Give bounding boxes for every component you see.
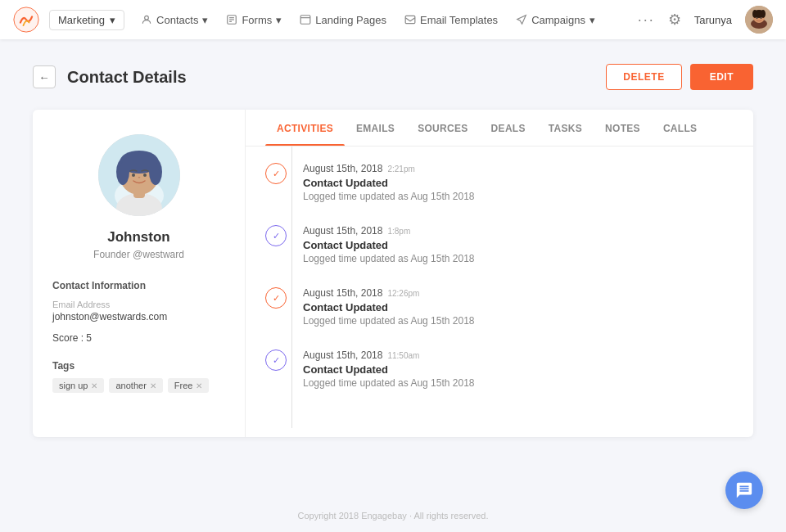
timeline-icon-2: ✓ — [265, 225, 287, 246]
page-content: ← Contact Details DELETE EDIT — [0, 39, 786, 498]
tab-tasks[interactable]: TASKS — [537, 110, 594, 146]
tag-free: Free ✕ — [168, 378, 210, 393]
timeline-time-1: 2:21pm — [387, 165, 414, 174]
tag-free-remove[interactable]: ✕ — [196, 381, 202, 390]
nav-forms[interactable]: Forms ▾ — [226, 14, 282, 26]
timeline-content-4: August 15th, 2018 11:50am Contact Update… — [303, 349, 734, 389]
nav-items: Contacts ▾ Forms ▾ Landing Pages Email T… — [141, 14, 638, 26]
navbar-right: ··· ⚙ Tarunya — [638, 6, 773, 34]
email-label: Email Address — [52, 300, 225, 309]
nav-contacts[interactable]: Contacts ▾ — [141, 14, 208, 26]
timeline-desc-2: Logged time updated as Aug 15th 2018 — [303, 253, 734, 264]
svg-point-14 — [761, 10, 766, 18]
avatar — [745, 6, 773, 34]
nav-landing-pages[interactable]: Landing Pages — [300, 14, 386, 26]
chat-icon — [735, 481, 753, 499]
nav-campaigns[interactable]: Campaigns ▾ — [516, 14, 595, 26]
timeline-content-3: August 15th, 2018 12:26pm Contact Update… — [303, 287, 734, 327]
timeline-date-3: August 15th, 2018 — [303, 287, 382, 299]
forms-arrow-icon: ▾ — [276, 14, 282, 26]
tags-list: sign up ✕ another ✕ Free ✕ — [52, 378, 225, 393]
chat-bubble-button[interactable] — [725, 471, 763, 509]
page-header: ← Contact Details DELETE EDIT — [33, 64, 753, 90]
timeline-date-4: August 15th, 2018 — [303, 349, 382, 361]
contact-sidebar: Johnston Founder @westward Contact Infor… — [33, 110, 246, 437]
contact-info-title: Contact Information — [52, 280, 225, 291]
contact-role: Founder @westward — [52, 249, 225, 260]
tag-signup-label: sign up — [59, 381, 88, 390]
timeline-item: ✓ August 15th, 2018 2:21pm Contact Updat… — [265, 163, 734, 202]
tab-deals[interactable]: DEALS — [480, 110, 537, 146]
tabs-bar: ACTIVITIES EMAILS SOURCES DEALS TASKS NO… — [246, 110, 753, 147]
app-logo — [13, 7, 39, 33]
svg-rect-6 — [300, 16, 310, 25]
timeline-desc-1: Logged time updated as Aug 15th 2018 — [303, 191, 734, 202]
timeline-title-3: Contact Updated — [303, 301, 734, 313]
svg-point-16 — [761, 17, 762, 19]
workspace-dropdown[interactable]: Marketing ▾ — [49, 10, 124, 30]
delete-button[interactable]: DELETE — [606, 64, 681, 90]
page-title: Contact Details — [67, 68, 187, 87]
dropdown-arrow-icon: ▾ — [110, 14, 115, 26]
tag-another-remove[interactable]: ✕ — [150, 381, 156, 390]
main-card: Johnston Founder @westward Contact Infor… — [33, 110, 753, 437]
nav-landing-pages-label: Landing Pages — [315, 14, 386, 26]
timeline-desc-4: Logged time updated as Aug 15th 2018 — [303, 377, 734, 389]
tab-calls[interactable]: CALLS — [652, 110, 709, 146]
timeline-content-2: August 15th, 2018 1:8pm Contact Updated … — [303, 225, 734, 264]
workspace-label: Marketing — [58, 14, 105, 26]
campaigns-arrow-icon: ▾ — [590, 14, 595, 26]
timeline-date-row-3: August 15th, 2018 12:26pm — [303, 287, 734, 299]
back-button[interactable]: ← — [33, 65, 56, 88]
contact-avatar-wrap — [52, 134, 225, 216]
timeline-time-2: 1:8pm — [387, 227, 410, 236]
navbar: Marketing ▾ Contacts ▾ Forms ▾ Landing P… — [0, 0, 786, 39]
nav-forms-label: Forms — [242, 14, 272, 26]
tag-signup-remove[interactable]: ✕ — [91, 381, 97, 390]
timeline-date-1: August 15th, 2018 — [303, 163, 382, 174]
timeline-time-4: 11:50am — [387, 351, 419, 360]
nav-campaigns-label: Campaigns — [531, 14, 585, 26]
score-value: Score : 5 — [52, 332, 225, 344]
timeline-desc-3: Logged time updated as Aug 15th 2018 — [303, 315, 734, 327]
timeline-date-row-4: August 15th, 2018 11:50am — [303, 349, 734, 361]
tab-notes[interactable]: NOTES — [594, 110, 652, 146]
tags-section-title: Tags — [52, 360, 225, 372]
svg-point-25 — [132, 174, 135, 177]
timeline-content-1: August 15th, 2018 2:21pm Contact Updated… — [303, 163, 734, 202]
contact-name: Johnston — [52, 229, 225, 246]
svg-point-15 — [757, 17, 758, 19]
settings-icon[interactable]: ⚙ — [668, 11, 681, 29]
tag-another-label: another — [115, 381, 146, 390]
tag-signup: sign up ✕ — [52, 378, 104, 393]
timeline-icon-1: ✓ — [265, 163, 287, 184]
more-options-icon[interactable]: ··· — [638, 11, 655, 29]
contact-main: ACTIVITIES EMAILS SOURCES DEALS TASKS NO… — [246, 110, 753, 437]
timeline-item: ✓ August 15th, 2018 1:8pm Contact Update… — [265, 225, 734, 264]
footer: Copyright 2018 Engagebay · All rights re… — [0, 498, 786, 530]
timeline-title-1: Contact Updated — [303, 177, 734, 189]
email-value: johnston@westwards.com — [52, 311, 225, 322]
timeline-icon-3: ✓ — [265, 287, 287, 309]
nav-email-templates[interactable]: Email Templates — [404, 14, 498, 26]
nav-email-templates-label: Email Templates — [420, 14, 498, 26]
timeline-icon-4: ✓ — [265, 349, 287, 371]
contact-avatar — [98, 134, 180, 216]
svg-point-26 — [143, 174, 147, 177]
edit-button[interactable]: EDIT — [690, 64, 753, 90]
header-left: ← Contact Details — [33, 65, 187, 88]
timeline: ✓ August 15th, 2018 2:21pm Contact Updat… — [246, 147, 753, 428]
contacts-arrow-icon: ▾ — [202, 14, 208, 26]
footer-text: Copyright 2018 Engagebay · All rights re… — [298, 511, 489, 521]
tab-sources[interactable]: SOURCES — [406, 110, 479, 146]
timeline-time-3: 12:26pm — [387, 289, 419, 298]
header-buttons: DELETE EDIT — [606, 64, 753, 90]
timeline-date-row-1: August 15th, 2018 2:21pm — [303, 163, 734, 174]
tag-free-label: Free — [174, 381, 193, 390]
username-label: Tarunya — [694, 14, 732, 26]
timeline-title-4: Contact Updated — [303, 363, 734, 376]
svg-rect-8 — [405, 16, 415, 23]
tab-emails[interactable]: EMAILS — [345, 110, 406, 146]
tab-activities[interactable]: ACTIVITIES — [265, 110, 345, 146]
nav-contacts-label: Contacts — [156, 14, 198, 26]
